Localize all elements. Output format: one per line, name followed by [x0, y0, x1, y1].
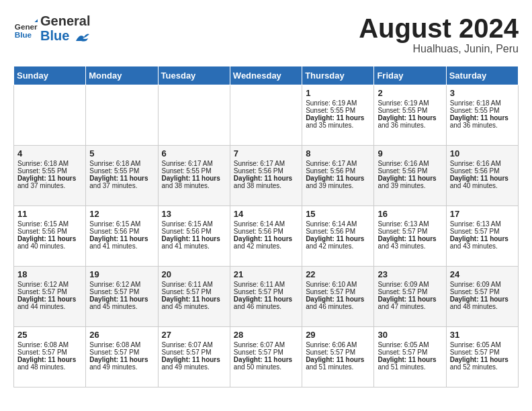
calendar-cell: 11Sunrise: 6:15 AMSunset: 5:56 PMDayligh… — [14, 206, 86, 267]
calendar-cell: 8Sunrise: 6:17 AMSunset: 5:56 PMDaylight… — [302, 146, 374, 206]
cell-content-line: Sunset: 5:57 PM — [17, 349, 82, 356]
cell-content-line: Sunset: 5:56 PM — [162, 228, 226, 235]
calendar-cell — [158, 85, 230, 146]
calendar-cell: 17Sunrise: 6:13 AMSunset: 5:57 PMDayligh… — [446, 206, 518, 267]
logo-blue: Blue — [40, 28, 69, 43]
calendar-cell: 13Sunrise: 6:15 AMSunset: 5:56 PMDayligh… — [158, 206, 230, 267]
cell-content-line: Daylight: 11 hours — [450, 114, 515, 122]
weekday-header-saturday: Saturday — [446, 66, 518, 85]
cell-content-line: Sunset: 5:55 PM — [378, 107, 442, 114]
calendar-location: Hualhuas, Junin, Peru — [359, 43, 519, 55]
calendar-cell: 2Sunrise: 6:19 AMSunset: 5:55 PMDaylight… — [374, 85, 446, 146]
cell-content-line: Daylight: 11 hours — [162, 356, 226, 363]
calendar-cell: 16Sunrise: 6:13 AMSunset: 5:57 PMDayligh… — [374, 206, 446, 267]
cell-content-line: Sunset: 5:56 PM — [450, 167, 515, 175]
cell-content-line: Sunrise: 6:12 AM — [17, 281, 82, 288]
cell-content-line: Sunrise: 6:09 AM — [450, 281, 515, 288]
calendar-cell: 1Sunrise: 6:19 AMSunset: 5:55 PMDaylight… — [302, 85, 374, 146]
cell-content-line: Sunrise: 6:07 AM — [234, 341, 298, 349]
cell-content-line: Daylight: 11 hours — [17, 235, 82, 242]
day-number: 5 — [89, 148, 154, 158]
day-number: 2 — [378, 88, 442, 98]
cell-content-line: and 42 minutes. — [234, 242, 298, 250]
cell-content-line: Daylight: 11 hours — [306, 356, 370, 363]
calendar-cell: 5Sunrise: 6:18 AMSunset: 5:55 PMDaylight… — [86, 146, 158, 206]
cell-content-line: Sunrise: 6:14 AM — [306, 220, 370, 228]
cell-content-line: Daylight: 11 hours — [162, 295, 226, 303]
cell-content-line: Sunset: 5:57 PM — [378, 288, 442, 295]
calendar-cell: 26Sunrise: 6:08 AMSunset: 5:57 PMDayligh… — [86, 327, 158, 387]
calendar-cell — [14, 85, 86, 146]
svg-text:Blue: Blue — [15, 30, 32, 39]
cell-content-line: Daylight: 11 hours — [162, 175, 226, 182]
cell-content-line: and 44 minutes. — [17, 303, 82, 310]
cell-content-line: Sunset: 5:55 PM — [450, 107, 515, 114]
weekday-header-tuesday: Tuesday — [158, 66, 230, 85]
calendar-week-row: 25Sunrise: 6:08 AMSunset: 5:57 PMDayligh… — [14, 327, 519, 387]
logo-bird-icon — [75, 32, 89, 42]
cell-content-line: Sunset: 5:56 PM — [17, 228, 82, 235]
cell-content-line: Sunrise: 6:13 AM — [450, 220, 515, 228]
cell-content-line: and 51 minutes. — [306, 363, 370, 371]
cell-content-line: and 50 minutes. — [234, 363, 298, 371]
weekday-header-thursday: Thursday — [302, 66, 374, 85]
calendar-cell — [230, 85, 302, 146]
cell-content-line: Daylight: 11 hours — [450, 295, 515, 303]
cell-content-line: Sunrise: 6:15 AM — [162, 220, 226, 228]
day-number: 7 — [234, 148, 298, 158]
cell-content-line: Sunrise: 6:05 AM — [450, 341, 515, 349]
day-number: 11 — [17, 209, 82, 219]
calendar-cell: 25Sunrise: 6:08 AMSunset: 5:57 PMDayligh… — [14, 327, 86, 387]
cell-content-line: Sunrise: 6:11 AM — [234, 281, 298, 288]
cell-content-line: Daylight: 11 hours — [234, 235, 298, 242]
day-number: 6 — [162, 148, 226, 158]
cell-content-line: and 37 minutes. — [89, 182, 154, 189]
calendar-cell: 4Sunrise: 6:18 AMSunset: 5:55 PMDaylight… — [14, 146, 86, 206]
day-number: 20 — [162, 269, 226, 279]
day-number: 25 — [17, 330, 82, 340]
weekday-header-row: SundayMondayTuesdayWednesdayThursdayFrid… — [14, 66, 519, 85]
cell-content-line: Sunset: 5:55 PM — [162, 167, 226, 175]
cell-content-line: and 46 minutes. — [306, 303, 370, 310]
cell-content-line: Daylight: 11 hours — [306, 175, 370, 182]
day-number: 10 — [450, 148, 515, 158]
calendar-cell: 22Sunrise: 6:10 AMSunset: 5:57 PMDayligh… — [302, 267, 374, 327]
cell-content-line: and 41 minutes. — [162, 242, 226, 250]
cell-content-line: and 46 minutes. — [234, 303, 298, 310]
day-number: 24 — [450, 269, 515, 279]
cell-content-line: Daylight: 11 hours — [89, 175, 154, 182]
cell-content-line: Sunrise: 6:06 AM — [306, 341, 370, 349]
cell-content-line: and 36 minutes. — [378, 122, 442, 129]
cell-content-line: Daylight: 11 hours — [89, 295, 154, 303]
calendar-week-row: 1Sunrise: 6:19 AMSunset: 5:55 PMDaylight… — [14, 85, 519, 146]
cell-content-line: and 49 minutes. — [89, 363, 154, 371]
day-number: 29 — [306, 330, 370, 340]
cell-content-line: Sunset: 5:56 PM — [234, 228, 298, 235]
calendar-cell: 15Sunrise: 6:14 AMSunset: 5:56 PMDayligh… — [302, 206, 374, 267]
cell-content-line: Daylight: 11 hours — [378, 235, 442, 242]
cell-content-line: Daylight: 11 hours — [378, 175, 442, 182]
cell-content-line: Sunset: 5:56 PM — [306, 228, 370, 235]
day-number: 26 — [89, 330, 154, 340]
day-number: 3 — [450, 88, 515, 98]
calendar-cell: 7Sunrise: 6:17 AMSunset: 5:56 PMDaylight… — [230, 146, 302, 206]
cell-content-line: Sunset: 5:57 PM — [89, 349, 154, 356]
cell-content-line: Sunrise: 6:15 AM — [89, 220, 154, 228]
day-number: 28 — [234, 330, 298, 340]
day-number: 8 — [306, 148, 370, 158]
cell-content-line: and 38 minutes. — [162, 182, 226, 189]
day-number: 13 — [162, 209, 226, 219]
calendar-cell: 3Sunrise: 6:18 AMSunset: 5:55 PMDaylight… — [446, 85, 518, 146]
calendar-cell: 29Sunrise: 6:06 AMSunset: 5:57 PMDayligh… — [302, 327, 374, 387]
day-number: 12 — [89, 209, 154, 219]
day-number: 18 — [17, 269, 82, 279]
weekday-header-friday: Friday — [374, 66, 446, 85]
cell-content-line: Sunset: 5:56 PM — [234, 167, 298, 175]
cell-content-line: Sunrise: 6:14 AM — [234, 220, 298, 228]
cell-content-line: Sunset: 5:55 PM — [89, 167, 154, 175]
cell-content-line: Daylight: 11 hours — [378, 295, 442, 303]
cell-content-line: and 37 minutes. — [17, 182, 82, 189]
day-number: 4 — [17, 148, 82, 158]
cell-content-line: Daylight: 11 hours — [234, 175, 298, 182]
cell-content-line: Sunrise: 6:11 AM — [162, 281, 226, 288]
